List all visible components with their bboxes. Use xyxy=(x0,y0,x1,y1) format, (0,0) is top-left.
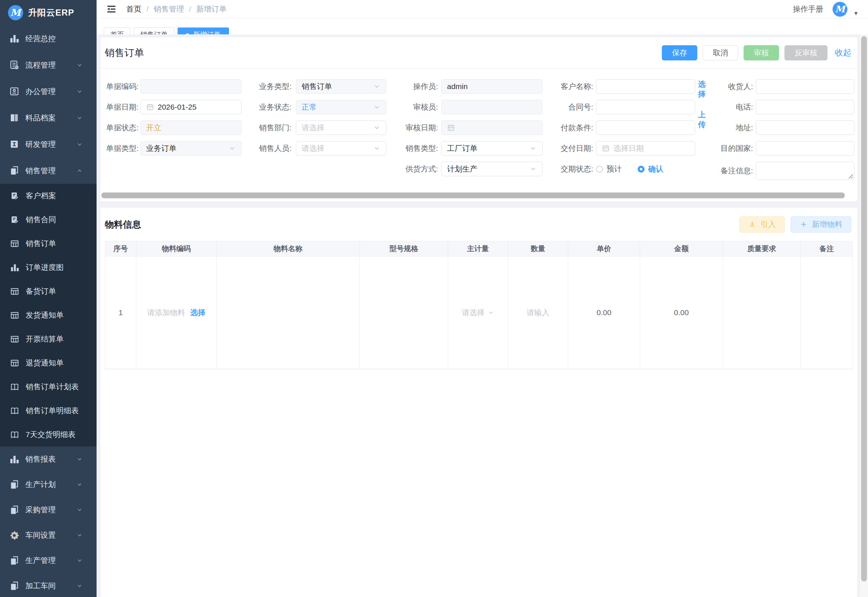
save-button[interactable]: 保存 xyxy=(662,45,697,61)
sidebar-item-dashboard[interactable]: 经营总控 xyxy=(0,25,96,52)
sidebar-item-office[interactable]: 办公管理 xyxy=(0,78,96,105)
calendar-icon xyxy=(602,144,610,152)
sidebar-item-7day-delivery-report[interactable]: 7天交货明细表 xyxy=(0,423,96,447)
sidebar-item-purchasing[interactable]: 采购管理 xyxy=(0,497,96,523)
address-field[interactable] xyxy=(756,120,854,135)
remark-textarea[interactable] xyxy=(756,162,854,180)
sidebar-item-order-plan-report[interactable]: 销售订单计划表 xyxy=(0,375,96,399)
gear-icon xyxy=(9,530,19,541)
chevron-up-icon xyxy=(76,168,83,174)
cell-unit[interactable]: 请选择 xyxy=(448,257,508,369)
radio-unchecked-icon[interactable] xyxy=(596,166,603,172)
vertical-scrollbar[interactable] xyxy=(859,34,868,597)
contract-no-field[interactable] xyxy=(596,100,695,114)
add-material-button[interactable]: 新增物料 xyxy=(791,216,851,233)
cell-unit-price[interactable]: 0.00 xyxy=(568,257,640,369)
bill-code-field[interactable] xyxy=(140,79,241,94)
chevron-down-icon xyxy=(76,481,83,488)
sidebar-item-stock-order[interactable]: 备货订单 xyxy=(0,279,96,303)
avatar[interactable]: M xyxy=(832,2,847,16)
customer-field[interactable] xyxy=(596,79,695,94)
horizontal-scrollbar-thumb[interactable] xyxy=(101,193,845,198)
sidebar-item-sales-report[interactable]: 销售报表 xyxy=(0,447,96,472)
bill-type-select[interactable]: 业务订单 xyxy=(140,141,241,156)
audit-button[interactable]: 审核 xyxy=(744,45,779,61)
cell-index: 1 xyxy=(105,257,136,369)
sidebar-item-materials[interactable]: 料品档案 xyxy=(0,105,96,131)
sales-person-select[interactable]: 请选择 xyxy=(296,141,386,156)
biz-status-select[interactable]: 正常 xyxy=(296,100,386,114)
chevron-down-icon xyxy=(529,165,537,172)
cancel-button[interactable]: 取消 xyxy=(703,45,738,61)
audit-date-field xyxy=(441,120,542,135)
menu-fold-icon[interactable] xyxy=(106,4,117,15)
sidebar-item-sales[interactable]: 销售管理 xyxy=(0,157,96,184)
tab-new-order[interactable]: 新增订单 xyxy=(178,28,229,34)
bill-code-label: 单据编码: xyxy=(105,82,139,92)
collapse-link[interactable]: 收起 xyxy=(835,47,851,58)
sales-type-select[interactable]: 工厂订单 xyxy=(441,141,542,156)
sidebar-item-order-detail-report[interactable]: 销售订单明细表 xyxy=(0,399,96,423)
sidebar-item-shipping-notice[interactable]: 发货通知单 xyxy=(0,303,96,327)
cell-quantity[interactable]: 请输入 xyxy=(508,257,568,369)
audit-date-label: 审核日期: xyxy=(404,123,438,133)
choose-material-link[interactable]: 选择 xyxy=(190,307,206,318)
col-index: 序号 xyxy=(105,241,136,257)
table-grid-icon xyxy=(10,358,19,368)
table-grid-icon xyxy=(10,287,19,296)
sidebar-item-sales-order[interactable]: 销售订单 xyxy=(0,232,96,255)
bill-status-label: 单据状态: xyxy=(105,123,139,133)
materials-card: 物料信息 引入 新增物料 序号 物料编码 物料名称 xyxy=(101,208,857,597)
customer-upload-link[interactable]: 上传 xyxy=(698,110,707,129)
bill-date-field[interactable]: 2026-01-25 xyxy=(140,100,241,114)
sidebar-item-machining-workshop[interactable]: 加工车间 xyxy=(0,573,96,597)
table-row: 1 请添加物料 选择 请选择 请输入 0.00 0.00 xyxy=(105,257,852,369)
tab-home[interactable]: 首页 xyxy=(104,28,130,34)
sales-submenu: 客户档案 销售合同 销售订单 订单进度图 备货订单 发货通知单 开票结算单 退 xyxy=(0,184,96,447)
chevron-down-icon xyxy=(76,88,83,95)
caret-down-icon[interactable]: ▼ xyxy=(853,10,859,16)
chevron-down-icon xyxy=(76,62,83,68)
delivery-date-field[interactable]: 选择日期 xyxy=(596,141,695,156)
table-header-row: 序号 物料编码 物料名称 型号规格 主计量 数量 单价 金额 质量要求 备注 xyxy=(105,241,852,257)
radio-checked-icon[interactable] xyxy=(638,166,644,172)
manual-link[interactable]: 操作手册 xyxy=(793,4,823,14)
sidebar-item-customer-files[interactable]: 客户档案 xyxy=(0,184,96,208)
radio-expected-label[interactable]: 预计 xyxy=(606,164,622,174)
chevron-down-icon xyxy=(373,145,381,152)
phone-field[interactable] xyxy=(756,100,854,114)
payment-terms-field[interactable] xyxy=(596,120,695,135)
main-area: 首页 / 销售管理 / 新增订单 操作手册 M ▼ 首页 销售订单 新增订单 销… xyxy=(96,0,868,597)
sidebar-item-sales-contract[interactable]: 销售合同 xyxy=(0,208,96,232)
radio-confirmed-label[interactable]: 确认 xyxy=(648,164,663,174)
contract-no-label: 合同号: xyxy=(558,102,593,112)
cell-material-code: 请添加物料 选择 xyxy=(136,257,217,369)
vertical-scrollbar-thumb[interactable] xyxy=(861,36,867,581)
sidebar-item-order-progress[interactable]: 订单进度图 xyxy=(0,255,96,279)
import-button[interactable]: 引入 xyxy=(739,216,785,233)
material-code-placeholder[interactable]: 请添加物料 xyxy=(147,307,185,318)
sales-type-label: 销售类型: xyxy=(404,143,438,153)
chevron-down-icon xyxy=(373,124,381,131)
sales-dept-select[interactable]: 请选择 xyxy=(296,120,386,135)
sidebar-item-return-notice[interactable]: 退货通知单 xyxy=(0,351,96,375)
sidebar-item-rnd[interactable]: 研发管理 xyxy=(0,131,96,157)
bill-type-label: 单据类型: xyxy=(105,143,139,153)
breadcrumb-home[interactable]: 首页 xyxy=(126,4,141,14)
sidebar-item-process[interactable]: 流程管理 xyxy=(0,52,96,78)
sidebar-item-production-plan[interactable]: 生产计划 xyxy=(0,472,96,497)
horizontal-scrollbar[interactable] xyxy=(101,193,856,198)
customer-select-link[interactable]: 选择 xyxy=(698,79,707,99)
sidebar-item-workshop-settings[interactable]: 车间设置 xyxy=(0,523,96,548)
consignee-field[interactable] xyxy=(756,79,854,94)
plus-icon xyxy=(800,220,807,228)
col-amount: 金额 xyxy=(640,241,723,257)
biz-type-select[interactable]: 销售订单 xyxy=(296,79,386,94)
phone-label: 电话: xyxy=(716,102,753,112)
tab-sales-order[interactable]: 销售订单 xyxy=(134,28,174,34)
unaudit-button[interactable]: 反审核 xyxy=(785,45,828,61)
sidebar-item-production-mgmt[interactable]: 生产管理 xyxy=(0,548,96,573)
supply-mode-select[interactable]: 计划生产 xyxy=(441,162,542,176)
sidebar-item-invoice-settlement[interactable]: 开票结算单 xyxy=(0,327,96,351)
dest-country-field[interactable] xyxy=(756,141,854,156)
